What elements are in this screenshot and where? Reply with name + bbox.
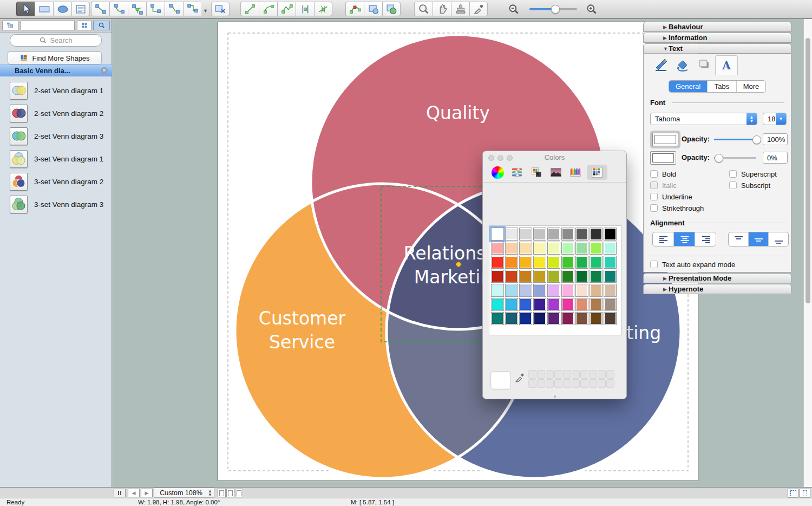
- window-vertical-scrollbar[interactable]: [803, 19, 812, 487]
- empty-swatch-slot[interactable]: [537, 370, 545, 379]
- color-swatch[interactable]: [533, 298, 546, 311]
- color-swatch[interactable]: [590, 270, 603, 283]
- color-swatch[interactable]: [533, 270, 546, 283]
- color-swatch[interactable]: [590, 312, 603, 325]
- library-header[interactable]: Basic Venn dia... ✕: [0, 64, 112, 76]
- opacity-value-field-1[interactable]: 100%: [763, 133, 788, 145]
- line-button[interactable]: [240, 2, 259, 16]
- venn3a-thumbnail[interactable]: [10, 150, 28, 168]
- color-swatch[interactable]: [575, 270, 588, 283]
- empty-swatch-slot[interactable]: [546, 370, 554, 379]
- empty-swatch-slot[interactable]: [589, 379, 597, 388]
- color-swatch[interactable]: [604, 256, 617, 269]
- font-size-select[interactable]: 18 ▼: [763, 113, 787, 125]
- empty-swatch-slot[interactable]: [546, 379, 554, 388]
- color-swatch[interactable]: [491, 284, 504, 297]
- empty-swatch-slot[interactable]: [563, 379, 571, 388]
- color-swatch[interactable]: [561, 256, 574, 269]
- library-search-button[interactable]: [93, 21, 110, 30]
- empty-swatch-slot[interactable]: [589, 370, 597, 379]
- zoom-tool-button[interactable]: [414, 2, 433, 16]
- empty-swatch-slot[interactable]: [563, 370, 571, 379]
- web-safe-colors-tab[interactable]: [587, 165, 607, 180]
- color-swatch[interactable]: [519, 242, 532, 255]
- connector-elbow-button[interactable]: [146, 2, 165, 16]
- shape-list-item[interactable]: 3-set Venn diagram 1: [0, 148, 112, 171]
- color-swatch[interactable]: [519, 256, 532, 269]
- venn-label-service[interactable]: Service: [269, 332, 335, 353]
- empty-swatch-slot[interactable]: [528, 379, 536, 388]
- select-button[interactable]: [16, 2, 35, 16]
- color-swatch[interactable]: [519, 298, 532, 311]
- opacity-slider-1[interactable]: [714, 139, 756, 140]
- color-swatch[interactable]: [604, 242, 617, 255]
- color-swatch[interactable]: [561, 298, 574, 311]
- color-wheel-tab[interactable]: [489, 165, 506, 180]
- library-tree-button[interactable]: [2, 21, 18, 30]
- color-swatch[interactable]: [547, 228, 560, 241]
- search-input[interactable]: Search: [10, 34, 102, 47]
- text-block-button[interactable]: [71, 2, 90, 16]
- section-information[interactable]: ▶ Information: [643, 33, 791, 43]
- color-swatch[interactable]: [505, 228, 518, 241]
- chevron-down-icon[interactable]: ▼: [776, 113, 786, 125]
- zoom-slider-thumb[interactable]: [551, 5, 560, 14]
- connector-arc-button[interactable]: [109, 2, 128, 16]
- text-color-well-1[interactable]: [652, 133, 678, 146]
- subscript-checkbox[interactable]: [729, 181, 737, 189]
- venn3c-thumbnail[interactable]: [10, 196, 28, 213]
- shape-list-item[interactable]: 3-set Venn diagram 2: [0, 171, 112, 193]
- pencils-tab[interactable]: [567, 165, 584, 180]
- color-swatch[interactable]: [491, 298, 504, 311]
- color-swatch[interactable]: [547, 270, 560, 283]
- color-swatch[interactable]: [561, 242, 574, 255]
- color-swatch[interactable]: [575, 256, 588, 269]
- color-swatch[interactable]: [547, 298, 560, 311]
- color-swatch[interactable]: [519, 228, 532, 241]
- font-family-select[interactable]: Tahoma ▲▼: [650, 113, 757, 125]
- color-swatch[interactable]: [533, 284, 546, 297]
- resize-handle[interactable]: [554, 395, 556, 398]
- color-swatch[interactable]: [533, 228, 546, 241]
- scrollbar-thumb[interactable]: [806, 38, 810, 303]
- align-middle-button[interactable]: [749, 232, 769, 246]
- color-swatch[interactable]: [575, 228, 588, 241]
- tab-tabs[interactable]: Tabs: [708, 81, 737, 92]
- empty-swatch-slot[interactable]: [580, 370, 588, 379]
- slider-thumb[interactable]: [752, 135, 761, 144]
- color-swatch[interactable]: [505, 242, 518, 255]
- color-swatch[interactable]: [491, 228, 504, 241]
- color-swatch[interactable]: [575, 242, 588, 255]
- connector-direct-button[interactable]: [91, 2, 109, 16]
- venn2c-thumbnail[interactable]: [10, 127, 28, 145]
- fit-to-window-button[interactable]: [788, 489, 798, 498]
- zoom-out-icon[interactable]: [508, 3, 520, 17]
- shadow-style-button[interactable]: [693, 55, 715, 75]
- library-grid-button[interactable]: [77, 21, 91, 30]
- section-hypernote[interactable]: ▶ Hypernote: [643, 284, 791, 294]
- color-swatch[interactable]: [590, 242, 603, 255]
- align-bottom-button[interactable]: [769, 232, 788, 246]
- color-swatch[interactable]: [519, 284, 532, 297]
- find-more-shapes-button[interactable]: Find More Shapes: [8, 51, 102, 64]
- empty-swatch-slot[interactable]: [606, 379, 614, 388]
- empty-swatch-slot[interactable]: [528, 370, 536, 379]
- color-swatch[interactable]: [604, 228, 617, 241]
- color-swatch[interactable]: [575, 298, 588, 311]
- color-palettes-tab[interactable]: [528, 165, 545, 180]
- tab-more[interactable]: More: [737, 81, 765, 92]
- color-swatch[interactable]: [519, 270, 532, 283]
- color-swatch[interactable]: [604, 298, 617, 311]
- stepper-icon[interactable]: ▲▼: [746, 113, 757, 125]
- color-swatch[interactable]: [519, 312, 532, 325]
- color-swatch[interactable]: [547, 312, 560, 325]
- color-swatch[interactable]: [590, 228, 603, 241]
- empty-swatch-slot[interactable]: [554, 379, 562, 388]
- auto-expand-checkbox[interactable]: [650, 261, 658, 268]
- color-swatch[interactable]: [533, 242, 546, 255]
- connector-tree-button[interactable]: [183, 2, 201, 16]
- library-close-icon[interactable]: ✕: [101, 67, 108, 74]
- page-view-button-2[interactable]: [226, 489, 234, 497]
- text-color-well-2[interactable]: [650, 151, 676, 165]
- slider-thumb[interactable]: [715, 154, 723, 163]
